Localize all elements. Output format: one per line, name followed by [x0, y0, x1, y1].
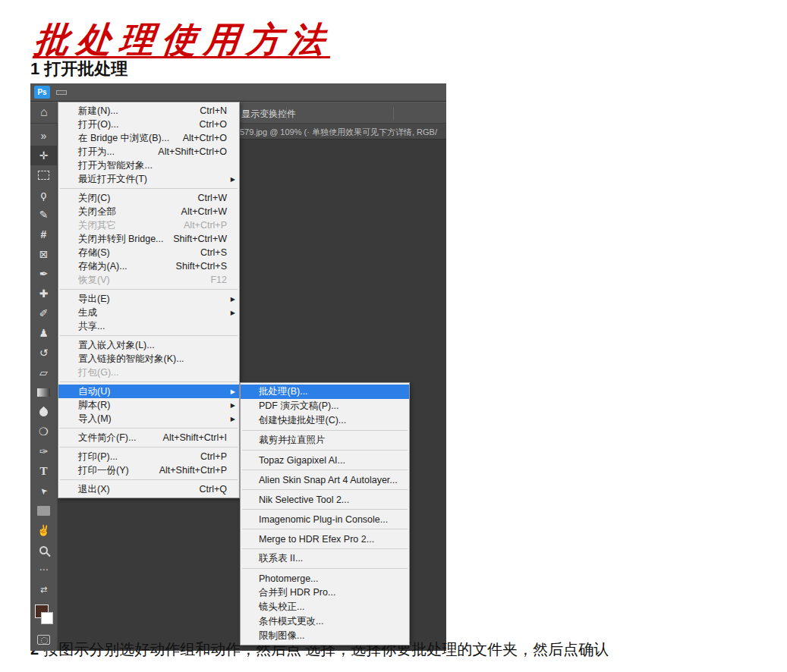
- menu-item[interactable]: 打开(O)... Ctrl+O ▶: [58, 118, 239, 131]
- pen-tool-icon[interactable]: ✑: [30, 441, 57, 461]
- menu-bar-item[interactable]: [109, 90, 120, 95]
- menu-item-label: 脚本(R): [78, 399, 110, 412]
- menu-item[interactable]: 存储为(A)... Shift+Ctrl+S ▶: [58, 259, 239, 273]
- screen-mode-icon[interactable]: [30, 649, 57, 651]
- menu-bar-item[interactable]: [88, 90, 99, 95]
- zoom-tool-icon[interactable]: [30, 540, 57, 560]
- object-selection-tool-icon[interactable]: ✎: [30, 205, 57, 225]
- menu-item[interactable]: 打开为智能对象... ▶: [58, 159, 239, 172]
- menu-separator: [242, 509, 408, 510]
- menu-item[interactable]: 最近打开文件(T) ▶: [58, 172, 239, 186]
- menu-item-shortcut: Ctrl+W: [190, 193, 227, 203]
- submenu-item[interactable]: 合并到 HDR Pro... ▶: [241, 586, 409, 600]
- menu-item[interactable]: 打包(G)... ▶: [58, 366, 239, 379]
- photoshop-logo[interactable]: Ps: [34, 86, 50, 99]
- submenu-item-label: Photomerge...: [259, 573, 319, 584]
- frame-tool-icon[interactable]: ⊠: [30, 244, 57, 264]
- submenu-item[interactable]: Nik Selective Tool 2... ▶: [241, 492, 409, 507]
- menu-bar-item[interactable]: [131, 90, 141, 95]
- show-transform-controls-label: 显示变换控件: [241, 108, 296, 121]
- submenu-item[interactable]: Imagenomic Plug-in Console... ▶: [241, 512, 409, 526]
- document-tab[interactable]: 579.jpg @ 109% (· 单独使用效果可见下方详情, RGB/: [240, 127, 437, 138]
- crop-tool-icon[interactable]: #: [30, 225, 57, 244]
- submenu-item[interactable]: 创建快捷批处理(C)... ▶: [241, 413, 409, 428]
- menu-item[interactable]: 关闭其它 Alt+Ctrl+P ▶: [58, 218, 239, 232]
- menu-item[interactable]: 生成 ▶: [58, 306, 239, 319]
- color-swatches[interactable]: [30, 599, 57, 630]
- submenu-item-label: Merge to HDR Efex Pro 2...: [259, 534, 374, 545]
- menu-item[interactable]: 退出(X) Ctrl+Q ▶: [58, 482, 239, 496]
- hand-tool-icon[interactable]: ✌: [30, 520, 57, 540]
- menu-bar-item[interactable]: [141, 90, 152, 95]
- more-options-icon[interactable]: ⋯: [30, 560, 57, 579]
- dodge-tool-icon[interactable]: ❍: [30, 422, 57, 441]
- menu-item-label: 打开为...: [78, 146, 115, 159]
- lasso-tool-icon[interactable]: ϙ: [30, 185, 57, 205]
- menu-item[interactable]: 脚本(R) ▶: [58, 398, 239, 412]
- menu-item[interactable]: 置入链接的智能对象(K)... ▶: [58, 352, 239, 366]
- menu-bar-item[interactable]: [120, 90, 131, 95]
- menu-item[interactable]: 关闭(C) Ctrl+W ▶: [58, 191, 239, 205]
- healing-brush-tool-icon[interactable]: ✚: [30, 284, 57, 303]
- submenu-item[interactable]: Photomerge... ▶: [241, 571, 409, 586]
- menu-item[interactable]: 置入嵌入对象(L)... ▶: [58, 338, 239, 352]
- menu-item[interactable]: 在 Bridge 中浏览(B)... Alt+Ctrl+O ▶: [58, 131, 239, 145]
- menu-bar-item[interactable]: [67, 90, 77, 95]
- submenu-item[interactable]: 条件模式更改... ▶: [241, 614, 409, 629]
- menu-bar-item[interactable]: [56, 90, 67, 95]
- menu-item[interactable]: 导出(E) ▶: [58, 292, 239, 306]
- submenu-item[interactable]: 裁剪并拉直照片 ▶: [241, 433, 409, 447]
- submenu-item-label: Alien Skin Snap Art 4 Autolayer...: [259, 475, 398, 485]
- menu-item-label: 存储为(A)...: [78, 260, 127, 273]
- menu-item[interactable]: 存储(S) Ctrl+S ▶: [58, 246, 239, 259]
- menu-item[interactable]: 关闭并转到 Bridge... Shift+Ctrl+W ▶: [58, 232, 239, 246]
- history-brush-tool-icon[interactable]: ↺: [30, 343, 57, 363]
- home-icon[interactable]: ⌂: [40, 105, 48, 119]
- quick-mask-icon[interactable]: [30, 630, 57, 649]
- menu-item[interactable]: 文件简介(F)... Alt+Shift+Ctrl+I ▶: [58, 431, 239, 444]
- menu-item[interactable]: 打印一份(Y) Alt+Shift+Ctrl+P ▶: [58, 463, 239, 477]
- menu-bar-item[interactable]: [99, 90, 109, 95]
- submenu-item[interactable]: 限制图像... ▶: [241, 629, 409, 643]
- menu-item[interactable]: 恢复(V) F12 ▶: [58, 273, 239, 287]
- menu-item-shortcut: Ctrl+N: [192, 105, 227, 116]
- menu-item[interactable]: 打印(P)... Ctrl+P ▶: [58, 450, 239, 463]
- submenu-item[interactable]: Merge to HDR Efex Pro 2... ▶: [241, 532, 409, 546]
- submenu-item-label: Topaz Gigapixel AI...: [259, 455, 345, 466]
- brush-tool-icon[interactable]: ✐: [30, 303, 57, 323]
- move-tool-icon[interactable]: ✛: [30, 146, 57, 165]
- submenu-item-label: Imagenomic Plug-in Console...: [259, 514, 388, 525]
- eraser-tool-icon[interactable]: ▱: [30, 363, 57, 382]
- submenu-item[interactable]: 批处理(B)... ▶: [241, 385, 409, 399]
- menu-item[interactable]: 打开为... Alt+Shift+Ctrl+O ▶: [58, 145, 239, 159]
- rectangle-tool-icon[interactable]: [30, 501, 57, 520]
- menu-separator: [242, 529, 408, 529]
- gradient-tool-icon[interactable]: [30, 382, 57, 402]
- menu-item[interactable]: 导入(M) ▶: [58, 412, 239, 425]
- swap-colors-icon[interactable]: ⇄: [30, 579, 57, 599]
- menu-item[interactable]: 共享... ▶: [58, 319, 239, 333]
- menu-item-shortcut: Ctrl+O: [192, 119, 227, 130]
- blur-tool-icon[interactable]: [30, 402, 57, 422]
- menu-item[interactable]: 自动(U) ▶: [58, 385, 239, 398]
- menu-item-shortcut: Alt+Shift+Ctrl+I: [156, 432, 227, 443]
- menu-item[interactable]: 关闭全部 Alt+Ctrl+W ▶: [58, 205, 239, 218]
- menu-bar-item[interactable]: [162, 90, 173, 95]
- submenu-item-label: 联系表 II...: [259, 552, 303, 565]
- clone-stamp-tool-icon[interactable]: ♟: [30, 323, 57, 343]
- submenu-item[interactable]: Topaz Gigapixel AI... ▶: [241, 453, 409, 467]
- marquee-tool-icon[interactable]: [30, 165, 57, 185]
- type-tool-icon[interactable]: T: [30, 461, 57, 481]
- menu-item-label: 恢复(V): [78, 274, 110, 287]
- submenu-item[interactable]: 镜头校正... ▶: [241, 600, 409, 614]
- menu-item[interactable]: 新建(N)... Ctrl+N ▶: [58, 104, 239, 118]
- submenu-item[interactable]: Alien Skin Snap Art 4 Autolayer... ▶: [241, 473, 409, 487]
- menu-bar-item[interactable]: [77, 90, 88, 95]
- submenu-item[interactable]: PDF 演示文稿(P)... ▶: [241, 399, 409, 413]
- path-selection-tool-icon[interactable]: ➤: [30, 481, 57, 501]
- expand-toolbar-icon[interactable]: »: [30, 126, 57, 146]
- submenu-item[interactable]: 联系表 II... ▶: [241, 551, 409, 566]
- menu-bar-item[interactable]: [152, 90, 162, 95]
- eyedropper-tool-icon[interactable]: ✒: [30, 264, 57, 284]
- menu-separator: [242, 430, 408, 431]
